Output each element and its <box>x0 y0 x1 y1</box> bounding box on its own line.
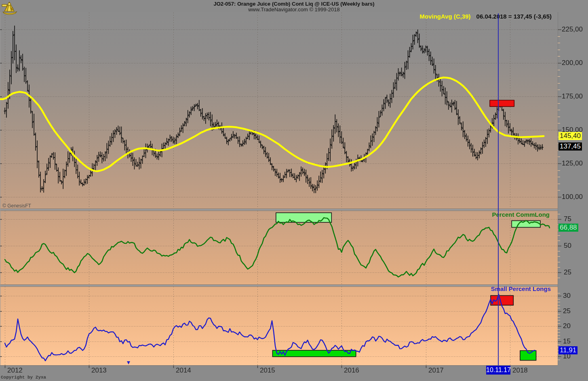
chart-canvas[interactable] <box>0 0 588 381</box>
y-axis-label: 200,00 <box>562 59 583 67</box>
y-axis-label: 100,00 <box>562 193 583 201</box>
panel-title-percent-commlong: Percent CommLong <box>492 211 550 218</box>
genesisft-watermark: © GenesisFT <box>2 203 31 209</box>
small-longs-value-tag: 11,91 <box>558 346 577 354</box>
chart-subtitle: www.TradeNavigator.com © 1999-2018 <box>0 6 588 13</box>
down-arrow-marker <box>127 361 130 364</box>
y-axis-label: 225,00 <box>562 25 583 33</box>
x-axis-year-label: 2013 <box>91 366 107 375</box>
y-axis-label: 75 <box>564 215 571 223</box>
x-axis-year-label: 2015 <box>260 366 275 375</box>
cursor-readout: 06.04.2018 = 137,45 (-3,65) <box>476 13 552 20</box>
y-axis-label: 20 <box>563 322 571 330</box>
cursor-date-tag: 10.11.17 <box>486 366 510 375</box>
y-axis-label: 175,00 <box>562 92 583 100</box>
cursor-vertical-line[interactable] <box>498 13 499 365</box>
y-axis-label: 30 <box>563 292 571 300</box>
trade-navigator-chart-window: JO2-057: Orange Juice (Comb) Cont Liq @ … <box>0 0 588 381</box>
genesis-sextant-logo-icon <box>1 1 19 18</box>
y-axis-label: 25 <box>564 268 571 276</box>
y-axis-label: 125,00 <box>562 159 583 167</box>
x-axis-year-label: 2017 <box>428 366 444 375</box>
copyright-note: Copyright by Zyxa <box>1 375 46 380</box>
last-price-tag: 137,45 <box>558 142 582 151</box>
y-axis-label: 25 <box>563 307 571 315</box>
indicator-legend: MovingAvg (C,39)06.04.2018 = 137,45 (-3,… <box>419 13 552 20</box>
commlong-value-tag: 66,88 <box>558 224 578 232</box>
x-axis-year-label: 2014 <box>176 366 191 375</box>
y-axis-label: 50 <box>564 242 571 250</box>
x-axis-year-label: 2016 <box>344 366 359 375</box>
y-axis-label: 15 <box>563 337 571 345</box>
ma-value-tag: 145,40 <box>558 132 582 140</box>
chart-title: JO2-057: Orange Juice (Comb) Cont Liq @ … <box>0 1 588 7</box>
moving-avg-label: MovingAvg (C,39) <box>419 13 470 20</box>
x-axis-year-label: 2012 <box>7 366 23 375</box>
x-axis-year-label: 2018 <box>512 366 528 375</box>
panel-title-small-percent-longs: Small Percent Longs <box>491 285 551 292</box>
